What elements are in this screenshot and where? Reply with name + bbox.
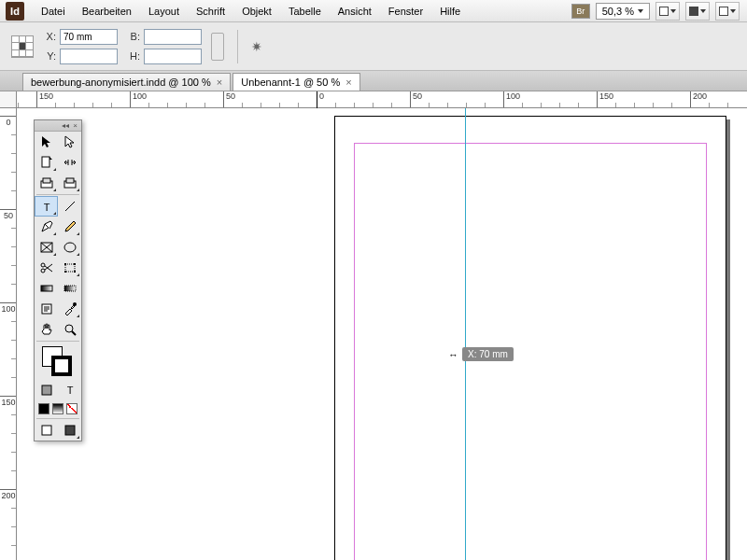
chevron-down-icon — [638, 9, 643, 13]
workspace: 15010050050100150200 050100150200 ↔ X: 7… — [0, 91, 747, 560]
menu-fenster[interactable]: Fenster — [381, 3, 430, 20]
y-input[interactable] — [60, 49, 118, 64]
ruler-origin-marker — [317, 91, 317, 108]
formatting-container-button[interactable] — [35, 380, 58, 400]
guide-position-tooltip: ↔ X: 70 mm — [448, 347, 514, 361]
free-transform-tool[interactable] — [58, 258, 81, 278]
svg-rect-17 — [74, 263, 76, 265]
menu-tabelle[interactable]: Tabelle — [281, 3, 329, 20]
ruler-tick: 200 — [690, 91, 707, 108]
gap-tool[interactable] — [58, 152, 81, 173]
control-bar: X: 70 mm Y: B: H: ✷ — [0, 22, 747, 71]
tab-unbenannt[interactable]: Unbenannt-1 @ 50 % × — [233, 73, 359, 91]
hand-tool[interactable] — [35, 319, 58, 340]
content-collector-tool[interactable] — [35, 173, 58, 193]
note-tool[interactable] — [35, 299, 58, 319]
arrange-documents-button[interactable] — [715, 2, 740, 21]
document-tabbar: bewerbung-anonymisiert.indd @ 100 % × Un… — [0, 71, 747, 91]
zoom-tool[interactable] — [58, 319, 81, 340]
rectangle-frame-tool[interactable] — [35, 237, 58, 258]
margin-guides — [354, 143, 707, 560]
h-label: H: — [127, 50, 140, 62]
bridge-icon[interactable]: Br — [571, 4, 590, 19]
x-input[interactable]: 70 mm — [60, 29, 118, 45]
b-label: B: — [127, 31, 140, 42]
resize-horizontal-icon: ↔ — [448, 349, 458, 360]
normal-view-button[interactable] — [35, 420, 58, 441]
svg-point-27 — [65, 325, 73, 332]
pen-tool[interactable] — [35, 217, 58, 237]
ellipse-tool[interactable] — [58, 237, 81, 258]
fill-stroke-swatch[interactable] — [35, 343, 81, 380]
menu-layout[interactable]: Layout — [141, 3, 187, 20]
menu-hilfe[interactable]: Hilfe — [432, 3, 468, 20]
scissors-tool[interactable] — [35, 258, 58, 278]
menu-datei[interactable]: Datei — [34, 3, 73, 20]
apply-gradient-button[interactable] — [52, 403, 63, 414]
ruler-tick: 150 — [0, 396, 17, 407]
apply-none-button[interactable] — [66, 403, 78, 414]
selection-tool[interactable] — [35, 132, 58, 152]
height-input[interactable] — [144, 49, 202, 64]
gradient-feather-tool[interactable] — [58, 278, 81, 299]
ruler-tick: 50 — [410, 91, 422, 108]
ruler-tick: 100 — [503, 91, 520, 108]
zoom-level-dropdown[interactable]: 50,3 % — [596, 3, 650, 20]
tab-bewerbung[interactable]: bewerbung-anonymisiert.indd @ 100 % × — [22, 73, 231, 91]
x-label: X: — [43, 31, 56, 42]
collapse-icon[interactable]: ◂◂ — [62, 121, 69, 130]
svg-rect-2 — [43, 178, 50, 183]
formatting-text-button[interactable]: T — [58, 380, 81, 400]
vertical-guide[interactable] — [465, 108, 466, 560]
preview-view-button[interactable] — [58, 420, 81, 441]
apply-color-button[interactable] — [38, 403, 49, 414]
gradient-swatch-tool[interactable] — [35, 278, 58, 299]
line-tool[interactable] — [58, 196, 81, 217]
eyedropper-tool[interactable] — [58, 299, 81, 319]
pencil-tool[interactable] — [58, 217, 81, 237]
width-input[interactable] — [144, 29, 202, 45]
svg-rect-21 — [64, 286, 76, 291]
ruler-horizontal[interactable]: 15010050050100150200 — [17, 91, 747, 108]
type-tool[interactable]: T — [35, 196, 58, 217]
menubar: Id Datei Bearbeiten Layout Schrift Objek… — [0, 0, 747, 22]
reference-point-grid[interactable] — [11, 35, 34, 58]
effects-icon[interactable]: ✷ — [251, 39, 262, 54]
direct-selection-tool[interactable] — [58, 132, 81, 152]
svg-point-26 — [73, 302, 77, 306]
close-icon[interactable]: × — [345, 77, 351, 88]
ruler-tick: 150 — [597, 91, 613, 108]
canvas[interactable]: ↔ X: 70 mm — [17, 108, 747, 560]
ruler-origin-corner[interactable] — [0, 91, 17, 108]
guide-position-value: X: 70 mm — [462, 347, 514, 361]
stroke-swatch[interactable] — [51, 356, 72, 376]
menu-ansicht[interactable]: Ansicht — [331, 3, 379, 20]
ruler-vertical[interactable]: 050100150200 — [0, 108, 17, 560]
close-icon[interactable]: × — [73, 121, 78, 130]
page[interactable] — [334, 116, 726, 560]
menu-schrift[interactable]: Schrift — [189, 3, 233, 20]
menu-bearbeiten[interactable]: Bearbeiten — [75, 3, 139, 20]
svg-rect-31 — [42, 426, 51, 435]
screen-mode-button[interactable] — [685, 2, 710, 21]
view-options-button[interactable] — [655, 2, 680, 21]
tools-panel[interactable]: ◂◂ × T T — [34, 119, 82, 441]
tab-label: Unbenannt-1 @ 50 % — [241, 77, 340, 88]
svg-point-11 — [41, 263, 45, 267]
svg-rect-19 — [74, 271, 76, 273]
svg-point-12 — [41, 269, 45, 273]
page-tool[interactable] — [35, 152, 58, 173]
svg-text:T: T — [66, 385, 73, 396]
svg-rect-32 — [65, 426, 75, 435]
ruler-tick: 150 — [36, 91, 53, 108]
close-icon[interactable]: × — [217, 77, 222, 88]
content-placer-tool[interactable] — [58, 173, 81, 193]
constrain-proportions-icon[interactable] — [211, 33, 224, 61]
ruler-tick: 0 — [317, 91, 324, 108]
zoom-level-value: 50,3 % — [602, 6, 634, 17]
tools-panel-header[interactable]: ◂◂ × — [35, 120, 81, 132]
ruler-tick: 100 — [130, 91, 147, 108]
svg-point-10 — [64, 243, 76, 252]
menu-objekt[interactable]: Objekt — [234, 3, 279, 20]
app-logo: Id — [6, 2, 24, 21]
